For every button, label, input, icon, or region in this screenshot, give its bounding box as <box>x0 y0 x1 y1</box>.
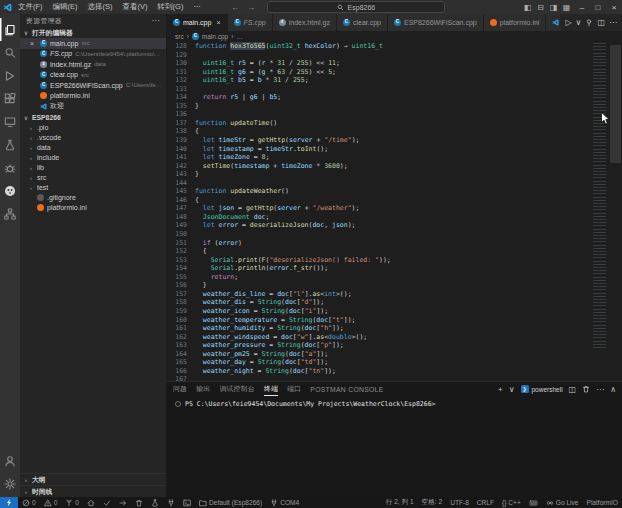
open-editor-item[interactable]: ×zindex.html.gzdata <box>20 59 166 70</box>
menu-转到(G)[interactable]: 转到(G) <box>154 1 188 13</box>
platformio-icon[interactable] <box>0 179 20 202</box>
explorer-icon[interactable] <box>0 18 20 41</box>
breadcrumb-item[interactable]: src <box>175 33 184 40</box>
panel-tab-问题[interactable]: 问题 <box>173 382 187 396</box>
pio-new-terminal-button[interactable] <box>179 497 195 508</box>
hierarchy-icon[interactable] <box>0 202 20 225</box>
problems-warnings[interactable]: 0 <box>40 497 62 508</box>
menu-⋯[interactable]: ⋯ <box>189 1 205 13</box>
scrollbar[interactable] <box>609 41 622 381</box>
more-actions-icon[interactable]: ⋯ <box>609 18 617 27</box>
tree-item-.pio[interactable]: ›.pio <box>20 123 166 133</box>
customize-layout-icon[interactable]: ▦ <box>560 3 573 12</box>
pio-upload-button[interactable] <box>115 497 131 508</box>
close-icon[interactable]: × <box>30 40 37 47</box>
cursor-position[interactable]: 行 2, 列 1 <box>382 498 418 507</box>
encoding[interactable]: UTF-8 <box>446 499 473 506</box>
bug-icon[interactable] <box>0 156 20 179</box>
tab-index.html.gz[interactable]: zindex.html.gz <box>273 14 337 31</box>
language-mode[interactable]: {} C++ <box>498 499 525 506</box>
toggle-secondary-sidebar-icon[interactable]: ◨ <box>547 3 560 12</box>
tab-platformio.ini[interactable]: platformio.ini <box>484 14 547 31</box>
search-icon[interactable] <box>0 41 20 64</box>
minimap[interactable] <box>592 41 609 349</box>
section-大纲[interactable]: ›大纲 <box>20 473 166 485</box>
tab-main.cpp[interactable]: Cmain.cpp× <box>167 14 228 31</box>
eol[interactable]: CRLF <box>473 499 498 506</box>
tree-item-src[interactable]: ›src <box>20 173 166 183</box>
tab-FS.cpp[interactable]: CFS.cpp <box>228 14 273 31</box>
open-editor-item[interactable]: ×platformio.ini <box>20 91 166 102</box>
forward-arrow-icon[interactable]: → <box>247 3 255 12</box>
tree-item-data[interactable]: ›data <box>20 143 166 153</box>
terminal-instance[interactable]: ❯powershell <box>521 385 563 393</box>
open-editors-section-header[interactable]: ∨ 打开的编辑器 <box>20 27 166 38</box>
pio-serial-monitor-button[interactable] <box>163 497 179 508</box>
remote-explorer-icon[interactable] <box>0 110 20 133</box>
indentation[interactable]: 空格: 2 <box>418 498 447 507</box>
open-editor-item[interactable]: ×CESP8266WiFiScan.cppC:\Users\feie9454\.… <box>20 80 166 91</box>
panel-tab-终端[interactable]: 终端 <box>264 382 278 396</box>
tab-ESP8266WiFiScan.cpp[interactable]: CESP8266WiFiScan.cpp <box>388 14 484 31</box>
tab-欢迎[interactable]: 欢迎 <box>546 14 560 31</box>
panel-maximize-icon[interactable]: ∧ <box>610 385 616 394</box>
tree-item-.vscode[interactable]: ›.vscode <box>20 133 166 143</box>
sidebar-more-icon[interactable]: ⋯ <box>152 16 160 25</box>
section-时间线[interactable]: ›时间线 <box>20 485 166 497</box>
pio-remote-count[interactable]: 0 <box>61 497 83 508</box>
run-button[interactable]: ▷ <box>565 18 571 27</box>
tab-close-icon[interactable]: × <box>216 19 220 26</box>
extensions-icon[interactable] <box>0 87 20 110</box>
go-live[interactable]: Go Live <box>542 499 583 507</box>
serial-port-selector[interactable]: COM4 <box>266 497 303 508</box>
tree-item-.gitignore[interactable]: .gitignore <box>20 193 166 203</box>
problems-errors[interactable]: 0 <box>18 497 40 508</box>
maximize-button[interactable]: □ <box>590 3 606 12</box>
keyboard-icon[interactable] <box>525 499 542 507</box>
project-section-header[interactable]: ∨ ESP8266 <box>20 112 166 123</box>
open-editor-item[interactable]: ×Cmain.cppsrc <box>20 38 166 49</box>
terminal-dropdown-icon[interactable]: ∨ <box>509 385 515 394</box>
menu-查看(V)[interactable]: 查看(V) <box>119 1 152 13</box>
remote-indicator[interactable] <box>0 497 18 508</box>
breadcrumb-item[interactable]: main.cpp <box>202 33 228 40</box>
panel-more-icon[interactable]: ⋯ <box>596 385 604 394</box>
panel-tab-输出[interactable]: 输出 <box>196 382 210 396</box>
panel-tab-POSTMAN CONSOLE[interactable]: POSTMAN CONSOLE <box>310 382 383 396</box>
tree-item-test[interactable]: ›test <box>20 183 166 193</box>
toggle-panel-icon[interactable]: ⊟ <box>534 3 547 12</box>
menu-选择(S)[interactable]: 选择(S) <box>84 1 117 13</box>
pio-clean-button[interactable] <box>131 497 147 508</box>
toggle-sidebar-icon[interactable]: ◧ <box>521 3 534 12</box>
split-terminal-icon[interactable]: ◫ <box>569 385 577 394</box>
scrollbar-thumb[interactable] <box>610 45 621 163</box>
debug-icon[interactable] <box>585 18 593 27</box>
panel-tab-端口[interactable]: 端口 <box>287 382 301 396</box>
pio-home-button[interactable] <box>83 497 99 508</box>
breadcrumb-item[interactable]: … <box>236 33 243 40</box>
split-editor-icon[interactable]: ◫ <box>597 18 605 27</box>
run-dropdown-icon[interactable]: ∨ <box>576 18 582 27</box>
menu-文件(F)[interactable]: 文件(F) <box>14 1 47 13</box>
account-icon[interactable] <box>0 449 20 472</box>
pio-test-button[interactable] <box>147 497 163 508</box>
tree-item-platformio.ini[interactable]: platformio.ini <box>20 203 166 213</box>
tree-item-include[interactable]: ›include <box>20 153 166 163</box>
menu-编辑(E)[interactable]: 编辑(E) <box>49 1 82 13</box>
tab-clear.cpp[interactable]: Cclear.cpp <box>337 14 388 31</box>
command-center-search[interactable]: Esp8266 <box>267 1 445 13</box>
open-editor-item[interactable]: ×Cclear.cppsrc <box>20 70 166 81</box>
new-terminal-button[interactable]: + <box>498 385 503 394</box>
open-editor-item[interactable]: ×欢迎 <box>20 101 166 112</box>
back-arrow-icon[interactable]: ← <box>231 3 239 12</box>
settings-gear-icon[interactable] <box>0 472 20 495</box>
panel-tab-调试控制台[interactable]: 调试控制台 <box>219 382 254 396</box>
code-editor[interactable]: 128function hex3To565(uint32_t hexColor)… <box>167 41 622 381</box>
terminal[interactable]: PS C:\Users\feie9454\Documents\My Projec… <box>167 396 622 497</box>
pio-env-selector[interactable]: Default (Esp8266) <box>195 497 266 508</box>
tree-item-lib[interactable]: ›lib <box>20 163 166 173</box>
open-editor-item[interactable]: ×CFS.cppC:\Users\feie9454\.platformio\pa… <box>20 49 166 60</box>
breadcrumb[interactable]: src›Cmain.cpp›… <box>167 31 622 41</box>
platformio-label[interactable]: PlatformIO <box>582 499 622 506</box>
test-flask-icon[interactable] <box>0 133 20 156</box>
